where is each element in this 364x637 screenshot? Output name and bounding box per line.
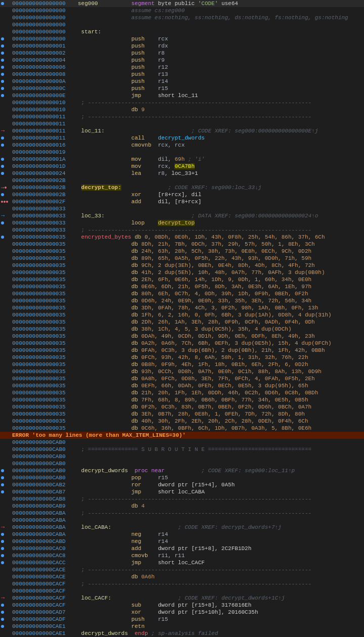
line-gutter xyxy=(1,533,12,536)
disassembly-view: 0000000000000000seg000 segment byte publ… xyxy=(0,0,364,637)
line-content: ERROR 'too many lines (more than MAX_ITE… xyxy=(12,432,363,438)
line-content: 000000000000CAB0 decrypt_dwords proc nea… xyxy=(12,468,363,474)
line-gutter: → xyxy=(1,212,12,219)
line-content: 0000000000000035 db 80h, 6Eh, 0C7h, 4, 0… xyxy=(12,291,363,297)
line-content: 000000000000CAB0 xyxy=(12,461,363,467)
line-content: 000000000000002B decrypt_top: ; CODE XRE… xyxy=(12,185,363,191)
line-gutter xyxy=(1,73,12,76)
line-content: 000000000000CACC jmp short loc_CACF xyxy=(12,560,363,566)
line-content: 0000000000000000 push rcx xyxy=(12,36,363,42)
line-content: 0000000000000010 ; ---------------------… xyxy=(12,100,363,106)
line-gutter xyxy=(1,158,12,161)
line-gutter xyxy=(1,490,12,493)
line-gutter xyxy=(1,561,12,564)
line-content: 0000000000000033 loc_33: ; DATA XREF: se… xyxy=(12,213,363,219)
line-content: 0000000000000035 db 0DAh, 49h, 0CDh, 0D1… xyxy=(12,333,363,339)
line-content: 0000000000000035 db 24h, 63h, 28h, 5Ch, … xyxy=(12,248,363,254)
line-content: 000000000000CABA xyxy=(12,517,363,523)
line-content: 0000000000000035 db 40h, 30h, 2Fh, 2Eh, … xyxy=(12,418,363,424)
line-content: 0000000000000004 push r9 xyxy=(12,57,363,63)
line-content: 0000000000000035 db 0B8h, 0F9h, 4Eh, 1Fh… xyxy=(12,361,363,368)
line-gutter xyxy=(1,201,12,203)
line-gutter xyxy=(1,476,12,479)
line-gutter xyxy=(1,165,12,168)
line-content: 000000000000001D mov rcx, 0CA7Bh xyxy=(12,163,363,169)
line-content: 0000000000000035 db 1Fh, 6, 2, 16h, 0, 0… xyxy=(12,312,363,318)
line-gutter xyxy=(1,221,12,224)
line-gutter xyxy=(1,172,12,175)
line-content: 000000000000CAE1 retn xyxy=(12,623,363,629)
line-content: 000000000000000A push r14 xyxy=(12,78,363,84)
line-content: 000000000000CAC0 add dword ptr [r15+8], … xyxy=(12,545,363,552)
code-lines: 0000000000000000seg000 segment byte publ… xyxy=(0,0,364,637)
line-content: 0000000000000033 xyxy=(12,206,363,212)
line-content: 0000000000000033 ; ---------------------… xyxy=(12,227,363,233)
line-content: 0000000000000011 xyxy=(12,121,363,127)
line-content: 0000000000000035 db 2Eh, 6Fh, 0E6h, 14h,… xyxy=(12,277,363,283)
line-content: 0000000000000011 ; ---------------------… xyxy=(12,114,363,120)
line-content: 000000000000CAB0 ; =============== S U B… xyxy=(12,446,363,452)
line-gutter xyxy=(1,37,12,40)
line-content: 0000000000000035 db 7Fh, 68h, 8, 89h, 0B… xyxy=(12,397,363,403)
line-content: 0000000000000035 db 3Dh, 0FAh, 78h, 4Ch,… xyxy=(12,305,363,311)
line-content: 000000000000CAB0 xyxy=(12,439,363,445)
line-content: 000000000000CAB0 xyxy=(12,453,363,460)
line-gutter xyxy=(1,66,12,69)
line-content: 0000000000000001 push rdx xyxy=(12,43,363,49)
line-gutter xyxy=(1,483,12,486)
line-gutter xyxy=(1,236,12,239)
line-content: 0000000000000035 db 41h, 2 dup(5Eh), 10h… xyxy=(12,269,363,276)
line-content: 0000000000000035 encrypted_bytes db 0, 0… xyxy=(12,234,363,240)
line-gutter xyxy=(1,547,12,550)
line-content: 0000000000000035 db 0C6h, 36h, 0BFh, 6Ch… xyxy=(12,425,363,431)
line-content: 0000000000000035 db 0A8h, 0FCh, 0D8h, 3E… xyxy=(12,376,363,382)
line-content: 0000000000000035 db 3Eh, 0B7h, 28h, 0E8h… xyxy=(12,411,363,417)
line-content: 0000000000000035 db 38h, 1Ch, 4, 5, 3 du… xyxy=(12,326,363,332)
line-content: 000000000000CACF loc_CACF: ; CODE XREF: … xyxy=(12,595,363,601)
line-content: 0000000000000035 db 9Ch, 2 dup(3Eh), 0BE… xyxy=(12,262,363,268)
line-content: 0000000000000011 call decrypt_dwords xyxy=(12,135,363,141)
line-content: 0000000000000024 lea r8, loc_33+1 xyxy=(12,170,363,176)
line-gutter: → xyxy=(1,595,12,602)
line-content: 0000000000000035 db 2Dh, 26h, 1Ah, 3Eh, … xyxy=(12,319,363,325)
line-content: 000000000000CACF ; ---------------------… xyxy=(12,581,363,587)
line-gutter: → xyxy=(1,185,12,191)
line-content: 0000000000000035 db 0D6h, 24h, 0E9h, 0E0… xyxy=(12,298,363,304)
line-content: 0000000000000035 db 21h, 20h, 1Fh, 1Eh, … xyxy=(12,390,363,396)
line-content: 0000000000000010 db 9 xyxy=(12,107,363,113)
line-content: 0000000000000016 cmovnb rcx, rcx xyxy=(12,142,363,148)
line-content: 000000000000CAB7 jmp short loc_CABA xyxy=(12,489,363,495)
line-content: 000000000000CAB8 ; ---------------------… xyxy=(12,496,363,502)
line-gutter xyxy=(1,136,12,140)
line-content: 0000000000000035 db 89h, 65h, 0A5h, 0F5h… xyxy=(12,255,363,261)
line-gutter xyxy=(1,94,12,97)
line-content: 000000000000CACF sub dword ptr [r15+8], … xyxy=(12,602,363,608)
line-content: 000000000000CAB9 db 4 xyxy=(12,503,363,509)
line-gutter xyxy=(1,2,12,5)
line-content: 000000000000CACE db 0A6h xyxy=(12,574,363,580)
line-content: 000000000000CACF xyxy=(12,588,363,594)
line-content: 0000000000000008 push r13 xyxy=(12,71,363,77)
line-content: 0000000000000000seg000 segment byte publ… xyxy=(12,1,363,7)
line-content: 0000000000000019 xyxy=(12,149,363,155)
line-content: 000000000000CABA ; ---------------------… xyxy=(12,510,363,516)
line-content: 0000000000000002 push r8 xyxy=(12,50,363,56)
line-gutter xyxy=(1,618,12,621)
line-content: 000000000000CAB2 ror dword ptr [r15+4], … xyxy=(12,482,363,488)
line-content: 000000000000CACE ; ---------------------… xyxy=(12,567,363,573)
line-gutter xyxy=(1,193,12,196)
line-content: 000000000000CABA neg r14 xyxy=(12,531,363,537)
line-gutter xyxy=(1,80,12,83)
line-content: 000000000000CAD7 xor dword ptr [r15+10h]… xyxy=(12,609,363,615)
line-content: 0000000000000011 loc_11: ; CODE XREF: se… xyxy=(12,128,363,134)
line-gutter xyxy=(1,611,12,614)
line-content: 0000000000000035 db 0FAh, 0C3h, 3 dup(6B… xyxy=(12,347,363,353)
line-content: 000000000000000C push r15 xyxy=(12,85,363,92)
line-content: 000000000000002B xor [r8+rcx], dil xyxy=(12,192,363,198)
line-gutter xyxy=(1,469,12,472)
line-content: 000000000000002F add dil, [r8+rcx] xyxy=(12,199,363,205)
line-content: 0000000000000035 db 0E6h, 6Dh, 21h, 0F5h… xyxy=(12,284,363,290)
line-content: 000000000000000E jmp short loc_11 xyxy=(12,93,363,99)
line-content: 0000000000000000 xyxy=(12,22,363,28)
line-gutter xyxy=(1,52,12,55)
